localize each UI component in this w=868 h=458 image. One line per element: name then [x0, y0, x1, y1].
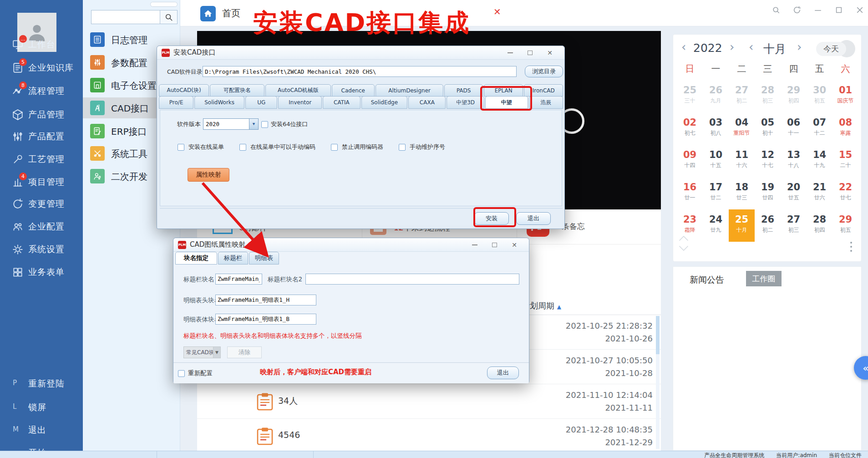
list-scrollbar[interactable] [656, 316, 660, 449]
calendar-day-cell[interactable]: 27初三 [781, 209, 807, 242]
cad-tab-PADS[interactable]: PADS [444, 84, 483, 97]
sidebar-item-cube[interactable]: 产品管理 [0, 103, 83, 126]
calendar-day-cell[interactable]: 08寒露 [832, 112, 858, 145]
cad-path-input[interactable] [203, 66, 517, 77]
schedule-row[interactable]: 34人2021-11-10 12:14:042021-11-11 [197, 384, 661, 419]
collapse-handle[interactable] [150, 2, 178, 7]
today-button[interactable]: 今天 [816, 42, 846, 56]
minimize-icon[interactable] [813, 5, 822, 15]
mapping-tab-块名指定[interactable]: 块名指定 [175, 252, 217, 265]
tab-home[interactable]: 首页 [222, 7, 240, 20]
calendar-day-cell[interactable]: 11十六 [729, 145, 755, 177]
cad-tab-AutoCAD机械版[interactable]: AutoCAD机械版 [265, 84, 331, 97]
version-dropdown[interactable]: 2020 ▼ [203, 118, 259, 130]
prev-month-icon[interactable]: ‹ [749, 40, 753, 54]
news-title[interactable]: 新闻公告 [690, 274, 724, 286]
clear-button[interactable]: 清除 [227, 346, 262, 358]
refresh-icon[interactable] [792, 5, 802, 15]
minimize-icon[interactable] [508, 52, 513, 53]
exit-button[interactable]: 退出 [516, 212, 551, 225]
browse-button[interactable]: 浏览目录 [525, 66, 563, 77]
sidebar-item-wrench[interactable]: 工艺管理 [0, 148, 83, 171]
sidebar-item-sliders[interactable]: 产品配置 [0, 125, 83, 148]
tab-close-icon[interactable]: ✕ [493, 6, 501, 17]
calendar-day-cell[interactable]: 18廿三 [729, 177, 755, 209]
dialog-titlebar[interactable]: PLM CAD图纸属性映射 ✕ [173, 238, 529, 252]
cad-tab-IronCAD[interactable]: IronCAD [524, 84, 563, 97]
maximize-icon[interactable] [528, 51, 533, 55]
schedule-row[interactable]: 45462021-12-28 10:48:352021-12-29 [197, 419, 661, 453]
calendar-day-cell[interactable]: 04重阳节 [729, 112, 755, 145]
calendar-day-cell[interactable]: 26九月 [703, 80, 729, 112]
cad-tab-AutoCAD(块)[interactable]: AutoCAD(块) [159, 84, 209, 97]
collapse-up-icon[interactable] [679, 235, 689, 241]
sidebar-item-flow[interactable]: 8流程管理 [0, 80, 83, 102]
mapping-tab-标题栏[interactable]: 标题栏 [218, 252, 248, 265]
calendar-day-cell[interactable]: 17廿二 [703, 177, 729, 209]
sidebar-item-cycle[interactable]: 变更管理 [0, 193, 83, 215]
checkbox-在线菜单中可以手动编码[interactable] [239, 144, 246, 151]
cad-tab-CATIA[interactable]: CATIA [323, 96, 360, 109]
exit-button[interactable]: 退出 [487, 366, 519, 379]
work-circle-button[interactable]: 工作圈 [746, 271, 782, 286]
common-blocks-dropdown[interactable]: 常见CAD块名 ▼ [183, 346, 221, 358]
calendar-month[interactable]: 十月 [763, 41, 786, 56]
cad-tab-Cadence[interactable]: Cadence [332, 84, 375, 97]
calendar-day-cell[interactable]: 29初四 [781, 80, 807, 112]
checkbox-手动维护序号[interactable] [399, 144, 406, 151]
calendar-day-cell[interactable]: 30初五 [807, 80, 832, 112]
calendar-day-cell[interactable]: 02初七 [677, 112, 703, 145]
close-icon[interactable]: ✕ [547, 49, 553, 56]
calendar-day-cell[interactable]: 21廿六 [807, 177, 832, 209]
more-options-icon[interactable] [850, 239, 852, 254]
calendar-day-cell[interactable]: 07十二 [807, 112, 832, 145]
calendar-day-cell[interactable]: 29初五 [832, 209, 858, 242]
cad-tab-EPLAN[interactable]: EPLAN [484, 84, 523, 97]
cad-tab-Inventor[interactable]: Inventor [278, 96, 322, 109]
sidebar-footer-item[interactable]: P重新登陆 [0, 372, 83, 395]
cad-tab-中望3D[interactable]: 中望3D [447, 96, 484, 109]
sidebar-item-gear[interactable]: 系统设置 [0, 238, 83, 261]
sidebar-item-monitor[interactable]: …工作台 [0, 33, 83, 56]
cad-tab-UG[interactable]: UG [245, 96, 277, 109]
checkbox-安装在线菜单[interactable] [178, 144, 184, 151]
calendar-day-cell[interactable]: 09十四 [677, 145, 703, 177]
minimize-icon[interactable] [472, 244, 477, 245]
calendar-day-cell[interactable]: 25三十 [677, 80, 703, 112]
home-tab-icon[interactable] [200, 6, 216, 21]
next-month-icon[interactable]: › [797, 40, 802, 54]
cad-tab-中望[interactable]: 中望 [485, 96, 528, 109]
collapse-down-icon[interactable] [679, 245, 689, 251]
sidebar-item-chart[interactable]: 4项目管理 [0, 171, 83, 193]
checkbox-64bit[interactable] [261, 121, 268, 128]
calendar-day-cell[interactable]: 28初三 [755, 80, 781, 112]
checkbox-禁止调用编码器[interactable] [331, 144, 338, 151]
search-icon[interactable] [772, 5, 781, 15]
dialog-titlebar[interactable]: PLM 安装CAD接口 ✕ [157, 46, 564, 60]
cad-tab-SolidWorks[interactable]: SolidWorks [194, 96, 244, 109]
title-block2-input[interactable] [305, 274, 519, 285]
prev-year-icon[interactable]: ‹ [681, 40, 686, 54]
maximize-icon[interactable] [492, 243, 497, 247]
calendar-day-cell[interactable]: 16廿一 [677, 177, 703, 209]
calendar-day-cell[interactable]: 10十五 [703, 145, 729, 177]
calendar-day-cell[interactable]: 22廿七 [832, 177, 858, 209]
calendar-day-cell[interactable]: 06十一 [781, 112, 807, 145]
calendar-day-cell[interactable]: 19廿四 [755, 177, 781, 209]
attribute-mapping-button[interactable]: 属性映射 [188, 168, 229, 182]
maximize-icon[interactable] [834, 5, 843, 15]
detail-body-input[interactable] [215, 314, 316, 325]
calendar-day-cell[interactable]: 14十九 [807, 145, 832, 177]
next-year-icon[interactable]: › [730, 40, 734, 54]
calendar-day-cell[interactable]: 25十月 [729, 209, 755, 242]
title-block-input[interactable] [215, 274, 262, 285]
cad-tab-可配置块名[interactable]: 可配置块名 [210, 84, 264, 97]
search-input[interactable] [91, 10, 160, 24]
calendar-day-cell[interactable]: 12十七 [755, 145, 781, 177]
cad-tab-SolidEdge[interactable]: SolidEdge [361, 96, 408, 109]
scrollbar-thumb[interactable] [656, 316, 660, 354]
calendar-day-cell[interactable]: 01国庆节 [832, 80, 858, 112]
reconfigure-checkbox[interactable] [178, 370, 185, 377]
calendar-day-cell[interactable]: 03初八 [703, 112, 729, 145]
calendar-day-cell[interactable]: 24廿九 [703, 209, 729, 242]
